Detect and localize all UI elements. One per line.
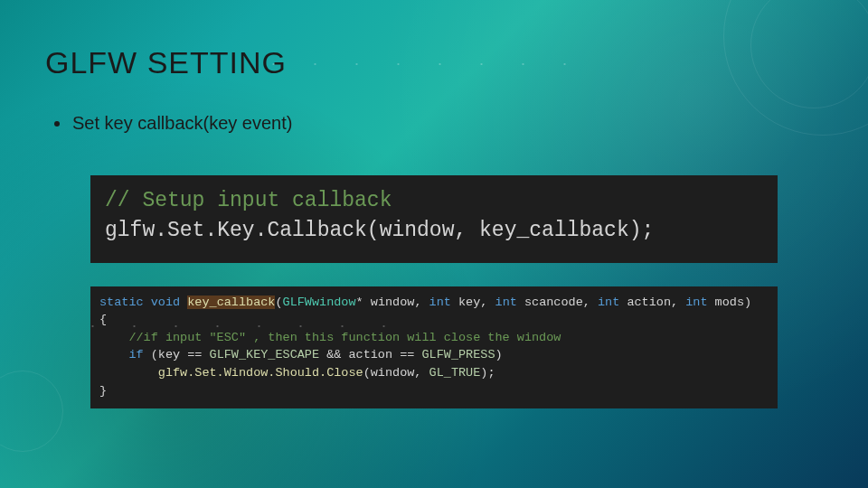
if-cond-open: (key == bbox=[144, 348, 210, 361]
call-args-close: ); bbox=[480, 366, 495, 380]
code-line: glfw.Set.Key.Callback(window, key_callba… bbox=[105, 216, 763, 246]
function-name: key_callback bbox=[187, 296, 275, 309]
param-scancode: scancode, bbox=[517, 296, 598, 309]
keyword-if: if bbox=[128, 348, 143, 361]
decorative-circle bbox=[0, 371, 63, 452]
pointer-star: * bbox=[356, 296, 363, 309]
param-action: action, bbox=[619, 296, 685, 309]
slide: GLFW SETTING Set key callback(key event)… bbox=[0, 0, 868, 488]
type-int: int bbox=[598, 296, 619, 309]
call-args-open: (window, bbox=[363, 366, 429, 380]
type-int: int bbox=[685, 296, 707, 309]
bullet-item: Set key callback(key event) bbox=[54, 113, 823, 134]
param-key: key, bbox=[451, 296, 495, 309]
code-comment: // Setup input callback bbox=[105, 186, 763, 216]
type-glfwwindow: GLFWwindow bbox=[283, 296, 356, 309]
type-int: int bbox=[495, 296, 517, 309]
paren-open: ( bbox=[275, 296, 282, 309]
bullet-text: Set key callback(key event) bbox=[72, 113, 292, 134]
code-block-setup-callback: // Setup input callback glfw.Set.Key.Cal… bbox=[90, 175, 778, 263]
bullet-dot-icon bbox=[54, 121, 60, 127]
keyword-static: static bbox=[99, 296, 144, 309]
macro-press: GLFW_PRESS bbox=[421, 348, 495, 361]
param-mods: mods) bbox=[708, 296, 752, 309]
call-fn-close: glfw.Set.Window.Should.Close bbox=[158, 366, 363, 380]
macro-gltrue: GL_TRUE bbox=[429, 366, 481, 380]
param-window: window, bbox=[363, 296, 429, 309]
if-cond-close: ) bbox=[495, 348, 503, 361]
code-block-key-callback-fn: static void key_callback(GLFWwindow* win… bbox=[90, 286, 778, 408]
brace-close: } bbox=[99, 384, 107, 398]
macro-escape: GLFW_KEY_ESCAPE bbox=[210, 348, 320, 361]
keyword-void: void bbox=[151, 296, 180, 309]
type-int: int bbox=[429, 296, 451, 309]
if-and: && action == bbox=[319, 348, 421, 361]
